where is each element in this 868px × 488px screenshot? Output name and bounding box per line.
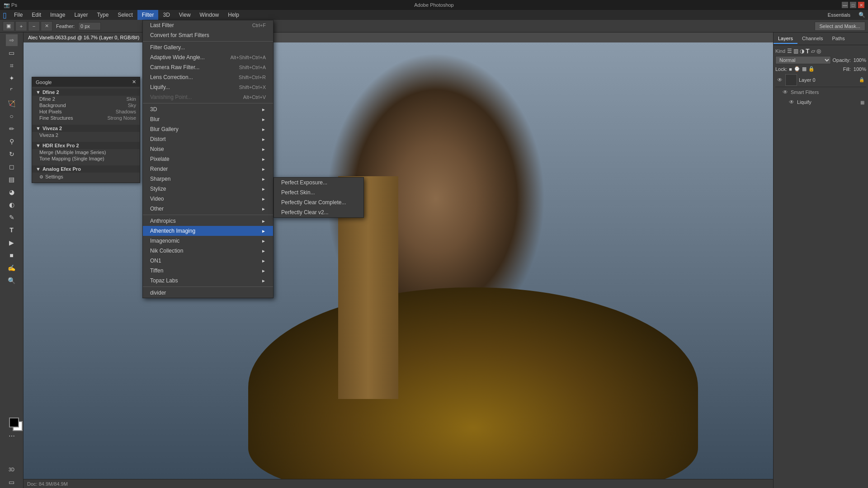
menu-type[interactable]: Type bbox=[92, 10, 113, 20]
dfine-header[interactable]: ▼ Dfine 2 bbox=[32, 89, 140, 96]
athentech-perfect-exposure[interactable]: Perfect Exposure... bbox=[274, 178, 363, 188]
kind-pixel-icon[interactable]: ▥ bbox=[793, 48, 798, 54]
layers-tab[interactable]: Layers bbox=[774, 34, 797, 44]
filter-last-filter[interactable]: Last Filter Ctrl+F bbox=[143, 20, 273, 30]
filter-render[interactable]: Render ► bbox=[143, 164, 273, 174]
filter-nik-collection[interactable]: Nik Collection ► bbox=[143, 246, 273, 256]
filter-vanishing-point[interactable]: Vanishing Point... Alt+Ctrl+V bbox=[143, 92, 273, 102]
liquify-filter-item[interactable]: 👁 Liquify ▦ bbox=[775, 97, 866, 107]
kind-adjust-icon[interactable]: ◑ bbox=[800, 48, 804, 54]
clone-stamp-btn[interactable]: ⚲ bbox=[6, 136, 18, 147]
filter-convert-smart[interactable]: Convert for Smart Filters bbox=[143, 30, 273, 40]
filter-lens-correction[interactable]: Lens Correction... Shift+Ctrl+R bbox=[143, 72, 273, 82]
menu-bar[interactable]: ▯ File Edit Image Layer Type Select Filt… bbox=[0, 10, 868, 20]
menu-3d[interactable]: 3D bbox=[158, 10, 174, 20]
lock-all-icon[interactable]: 🔒 bbox=[808, 66, 815, 72]
blend-mode-select[interactable]: Normal bbox=[775, 56, 831, 64]
filter-other[interactable]: Other ► bbox=[143, 204, 273, 214]
close-btn[interactable]: ✕ bbox=[858, 2, 864, 8]
layer-0-item[interactable]: 👁 Layer 0 🔒 bbox=[775, 73, 866, 87]
athentech-perfect-skin[interactable]: Perfect Skin... bbox=[274, 188, 363, 197]
subtract-selection-btn[interactable]: − bbox=[28, 21, 40, 31]
filter-3d[interactable]: 3D ► bbox=[143, 104, 273, 114]
type-tool-btn[interactable]: T bbox=[6, 224, 18, 236]
new-selection-btn[interactable]: ▣ bbox=[3, 21, 14, 31]
paths-tab[interactable]: Paths bbox=[828, 34, 849, 44]
lock-artboard-icon[interactable]: ▦ bbox=[802, 66, 807, 72]
window-controls[interactable]: — □ ✕ bbox=[842, 2, 864, 8]
brush-tool-btn[interactable]: ✏ bbox=[6, 123, 18, 135]
zoom-tool-btn[interactable]: 🔍 bbox=[6, 275, 18, 286]
add-selection-btn[interactable]: + bbox=[15, 21, 27, 31]
filter-topaz-labs[interactable]: Topaz Labs ► bbox=[143, 276, 273, 286]
filter-distort[interactable]: Distort ► bbox=[143, 134, 273, 144]
lasso-tool-btn[interactable]: ⌗ bbox=[6, 60, 18, 71]
filter-on1[interactable]: ON1 ► bbox=[143, 256, 273, 266]
lock-pixel-icon[interactable]: ■ bbox=[789, 66, 792, 72]
menu-help[interactable]: Help bbox=[223, 10, 244, 20]
kind-shape-icon[interactable]: ▱ bbox=[811, 48, 815, 54]
magic-wand-tool-btn[interactable]: ✦ bbox=[6, 72, 18, 84]
select-mask-btn[interactable]: Select and Mask... bbox=[815, 22, 866, 31]
menu-window[interactable]: Window bbox=[195, 10, 224, 20]
menu-edit[interactable]: Edit bbox=[27, 10, 46, 20]
filter-adaptive-wide[interactable]: Adaptive Wide Angle... Alt+Shift+Ctrl+A bbox=[143, 52, 273, 62]
frame-tool-btn[interactable]: ▭ bbox=[6, 476, 18, 488]
history-brush-btn[interactable]: ↻ bbox=[6, 148, 18, 160]
crop-tool-btn[interactable]: ⌜ bbox=[6, 85, 18, 97]
analog-header[interactable]: ▼ Analog Efex Pro bbox=[32, 165, 140, 173]
feather-input[interactable] bbox=[78, 22, 101, 30]
healing-brush-btn[interactable]: ○ bbox=[6, 110, 18, 122]
path-selection-btn[interactable]: ▶ bbox=[6, 237, 18, 249]
hdr-row-1[interactable]: Tone Mapping (Single Image) bbox=[32, 155, 140, 162]
kind-all-icon[interactable]: ☰ bbox=[787, 48, 792, 54]
filter-athentech[interactable]: Athentech Imaging ► bbox=[143, 226, 273, 236]
hdr-row-0[interactable]: Merge (Multiple Image Series) bbox=[32, 149, 140, 155]
analog-settings-row[interactable]: ⚙ Settings bbox=[32, 173, 140, 181]
athentech-perfectly-clear-complete[interactable]: Perfectly Clear Complete... bbox=[274, 197, 363, 207]
filter-stylize[interactable]: Stylize ► bbox=[143, 184, 273, 194]
menu-layer[interactable]: Layer bbox=[70, 10, 92, 20]
filter-blur-gallery[interactable]: Blur Gallery ► bbox=[143, 124, 273, 134]
hand-tool-btn[interactable]: ✍ bbox=[6, 262, 18, 274]
doc-tab[interactable]: Alec Vanelli-0633.psd @ 16.7% (Layer 0, … bbox=[24, 33, 144, 42]
filter-noise[interactable]: Noise ► bbox=[143, 144, 273, 154]
filter-video[interactable]: Video ► bbox=[143, 194, 273, 204]
layer-0-visibility[interactable]: 👁 bbox=[777, 77, 783, 83]
hdr-header[interactable]: ▼ HDR Efex Pro 2 bbox=[32, 142, 140, 149]
filter-liquify[interactable]: Liquify... Shift+Ctrl+X bbox=[143, 82, 273, 92]
filter-gallery[interactable]: Filter Gallery... bbox=[143, 42, 273, 52]
filter-pixelate[interactable]: Pixelate ► bbox=[143, 154, 273, 164]
menu-view[interactable]: View bbox=[175, 10, 195, 20]
menu-select[interactable]: Select bbox=[113, 10, 137, 20]
filter-imagenomic[interactable]: Imagenomic ► bbox=[143, 236, 273, 246]
menu-filter[interactable]: Filter bbox=[137, 10, 159, 20]
channels-tab[interactable]: Channels bbox=[797, 34, 827, 44]
filter-blur[interactable]: Blur ► bbox=[143, 114, 273, 124]
nik-panel-close[interactable]: ✕ bbox=[132, 79, 136, 85]
kind-text-icon[interactable]: T bbox=[806, 48, 810, 54]
athentech-perfectly-clear-v2[interactable]: Perfectly Clear v2... bbox=[274, 207, 363, 217]
maximize-btn[interactable]: □ bbox=[850, 2, 856, 8]
3d-mode-btn[interactable]: 3D bbox=[6, 464, 18, 475]
menu-file[interactable]: File bbox=[9, 10, 27, 20]
filter-browse-online[interactable]: divider bbox=[143, 288, 273, 298]
lock-move-icon[interactable]: ⌚ bbox=[794, 66, 800, 72]
filter-sharpen[interactable]: Sharpen ► bbox=[143, 174, 273, 184]
marquee-tool-btn[interactable]: ▭ bbox=[6, 47, 18, 59]
intersect-selection-btn[interactable]: ⨯ bbox=[41, 21, 52, 31]
menu-image[interactable]: Image bbox=[46, 10, 70, 20]
gradient-tool-btn[interactable]: ▤ bbox=[6, 174, 18, 185]
move-tool-btn[interactable]: ⇨ bbox=[6, 34, 18, 46]
dodge-tool-btn[interactable]: ◐ bbox=[6, 199, 18, 211]
foreground-color-swatch[interactable] bbox=[9, 418, 19, 427]
smart-filters-visibility[interactable]: 👁 bbox=[783, 89, 788, 95]
filter-camera-raw[interactable]: Camera Raw Filter... Shift+Ctrl+A bbox=[143, 62, 273, 72]
eraser-tool-btn[interactable]: ◻ bbox=[6, 161, 18, 173]
liquify-visibility[interactable]: 👁 bbox=[789, 99, 794, 105]
blur-tool-btn[interactable]: ◕ bbox=[6, 186, 18, 198]
menu-ps[interactable]: ▯ bbox=[0, 10, 9, 20]
shape-tool-btn[interactable]: ■ bbox=[6, 249, 18, 261]
viveza-header[interactable]: ▼ Viveza 2 bbox=[32, 125, 140, 132]
minimize-btn[interactable]: — bbox=[842, 2, 848, 8]
